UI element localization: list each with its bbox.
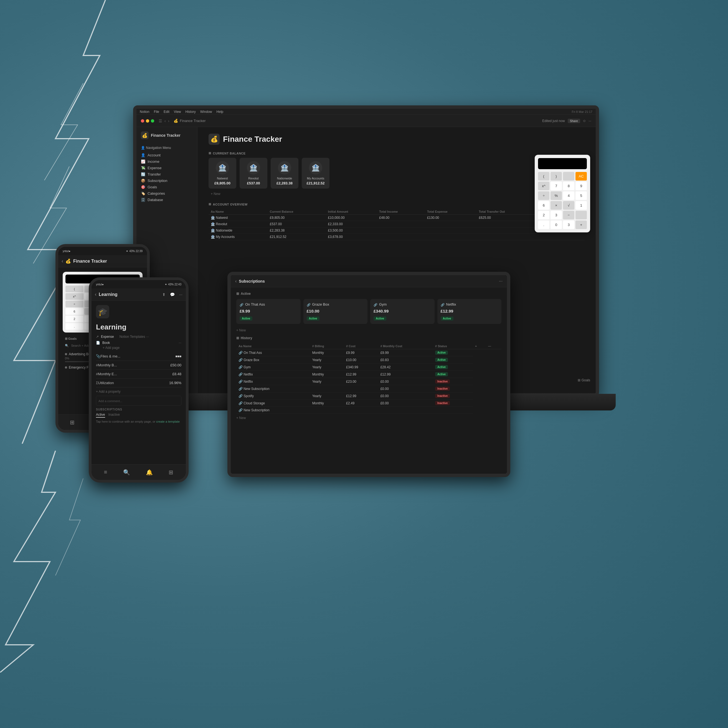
notion-menu-history[interactable]: History — [185, 110, 196, 114]
calc-multiply[interactable]: × — [551, 201, 562, 210]
add-new-active[interactable]: + New — [236, 328, 502, 332]
more-icon[interactable]: ··· — [589, 119, 591, 123]
create-template-link[interactable]: create a template — [156, 420, 180, 423]
notion-menu-help[interactable]: Help — [217, 110, 223, 114]
calc-ac[interactable]: AC — [575, 172, 587, 180]
calc-0[interactable]: 0 — [551, 220, 562, 229]
link-icon-3: 🔗 — [373, 303, 378, 307]
share-button[interactable]: Share — [568, 119, 580, 123]
pb-calc-dot[interactable]: . — [66, 323, 84, 330]
account-overview-title: ⊞ Account Overview — [208, 202, 584, 206]
tab-inactive[interactable]: Inactive — [109, 413, 120, 418]
sidebar-item-subscription[interactable]: 📦 Subscription — [139, 177, 195, 184]
notion-menu-edit[interactable]: Edit — [164, 110, 170, 114]
calc-3[interactable]: 3 — [551, 211, 562, 219]
sub-price-4: £12.99 — [441, 309, 499, 314]
search-icon[interactable]: 🔍 — [65, 344, 69, 347]
share-icon-f[interactable]: ⬆ — [162, 292, 165, 297]
list-icon[interactable]: ≡ — [104, 469, 107, 476]
pb-calc-power[interactable]: x^ — [66, 293, 84, 300]
comment-placeholder[interactable]: Add a comment... — [98, 399, 122, 403]
calc-percent[interactable]: % — [551, 191, 562, 200]
subscription-active-cards: 🔗 On That Ass £9.99 Active 🔗 Graze Box £… — [236, 299, 502, 324]
back-arrow-icon[interactable]: ‹ — [61, 258, 63, 264]
calc-6[interactable]: 6 — [538, 201, 549, 210]
home-icon[interactable]: ⊞ — [70, 419, 75, 426]
balance-icon: ⊞ — [208, 151, 211, 155]
expense-tag[interactable]: Expense — [101, 335, 114, 339]
link-icon-1: 🔗 — [240, 303, 243, 307]
h-col-add[interactable]: + — [473, 343, 486, 349]
phone-back-status-left: yntut● — [63, 249, 126, 252]
tab-active[interactable]: Active — [96, 413, 105, 418]
sidebar-item-categories[interactable]: 🏷️ Categories — [139, 190, 195, 197]
add-new-balance[interactable]: + New — [208, 191, 584, 197]
minimize-button[interactable] — [146, 119, 149, 122]
favorite-icon[interactable]: ✩ — [583, 119, 586, 123]
maximize-button[interactable] — [151, 119, 154, 122]
forward-icon[interactable]: › — [168, 119, 170, 123]
nav-menu-label: 👤 Navigation Menu — [139, 145, 195, 151]
calc-9[interactable]: 9 — [575, 182, 587, 190]
h-col-status: # Status — [433, 343, 473, 349]
nav-menu-icon: 👤 — [141, 146, 145, 150]
calc-5[interactable]: 5 — [575, 191, 587, 200]
add-page-icon[interactable]: ⊞ — [168, 469, 173, 476]
search-icon-bottom[interactable]: 🔍 — [123, 469, 130, 476]
calc-plus[interactable]: + — [575, 220, 587, 229]
calc-paren-close[interactable]: ) — [551, 172, 562, 180]
h-col-rem[interactable]: — — [486, 343, 502, 349]
page-title: Finance Tracker — [223, 135, 282, 144]
more-icon-f[interactable]: ··· — [179, 292, 182, 297]
add-page-label[interactable]: + Add page — [96, 346, 181, 350]
pb-calc-divide[interactable]: ÷ — [66, 301, 84, 307]
edited-status: Edited just now — [542, 119, 564, 123]
notion-menu-file[interactable]: File — [154, 110, 159, 114]
notion-menu-window[interactable]: Window — [200, 110, 212, 114]
pb-calc-paren-open[interactable]: ( — [66, 286, 84, 292]
back-icon[interactable]: ‹ — [164, 119, 166, 123]
goal-dot — [65, 353, 67, 355]
notion-menu-view[interactable]: View — [174, 110, 181, 114]
devices-container: Notion File Edit View History Window Hel… — [55, 106, 665, 632]
pb-calc-2[interactable]: 2 — [66, 316, 84, 322]
calc-1[interactable]: 1 — [575, 201, 587, 210]
tablet-more-icon[interactable]: ··· — [499, 279, 503, 284]
book-options-icon[interactable]: ··· — [179, 341, 181, 345]
sub-price-2: £10.00 — [307, 309, 364, 314]
sidebar-item-account[interactable]: 👤 Account — [139, 152, 195, 158]
tablet-back-icon[interactable]: ‹ — [235, 279, 237, 284]
close-button[interactable] — [141, 119, 144, 122]
bell-icon-f[interactable]: 🔔 — [146, 469, 153, 476]
hashtag-icon: # — [96, 363, 98, 367]
phone-back-status-right: ✦ 43% 22:39 — [126, 249, 142, 252]
sidebar-item-income[interactable]: 📈 Income — [139, 158, 195, 165]
calc-minus[interactable]: − — [563, 211, 574, 219]
calc-power[interactable]: x^ — [538, 182, 549, 190]
sub-status-3: Active — [373, 317, 386, 321]
sidebar-item-expense[interactable]: 💸 Expense — [139, 165, 195, 171]
calc-paren-open[interactable]: ( — [538, 172, 549, 180]
sidebar-item-transfer[interactable]: 🔄 Transfer — [139, 171, 195, 177]
calc-dot[interactable]: . — [538, 220, 549, 229]
add-property-btn[interactable]: + Add a property — [96, 387, 181, 396]
notion-menu-notion[interactable]: Notion — [140, 110, 150, 114]
sidebar-item-database[interactable]: 🗄️ Database — [139, 197, 195, 203]
back-arrow-icon-f[interactable]: ‹ — [95, 292, 96, 297]
calc-3b[interactable]: 3 — [563, 220, 574, 229]
table-row: 🏦 Nationwide £2,283.38 £3,500.00 — [208, 228, 584, 234]
balance-card-revolut: 🏦 Revolut £537.00 — [240, 158, 268, 188]
calc-4[interactable]: 4 — [563, 191, 574, 200]
sidebar-item-goals[interactable]: 🎯 Goals — [139, 184, 195, 190]
comment-icon-f[interactable]: 💬 — [170, 292, 175, 297]
calc-sqrt[interactable]: √ — [563, 201, 574, 210]
calc-divide[interactable]: ÷ — [538, 191, 549, 200]
calc-2[interactable]: 2 — [538, 211, 549, 219]
pb-calc-6[interactable]: 6 — [66, 308, 84, 315]
link-icon-4: 🔗 — [441, 303, 445, 307]
calc-7[interactable]: 7 — [551, 182, 562, 190]
notion-templates-label[interactable]: Notion Templates ··· — [119, 335, 149, 339]
add-new-history[interactable]: + New — [236, 416, 502, 420]
calc-8[interactable]: 8 — [563, 182, 574, 190]
sidebar-toggle-icon[interactable]: ☰ — [159, 119, 162, 123]
